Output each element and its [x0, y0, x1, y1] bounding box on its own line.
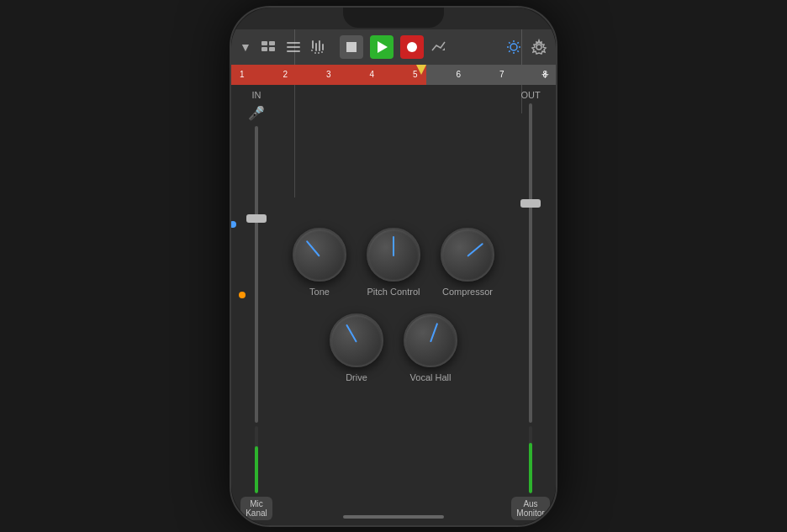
home-bar	[343, 515, 444, 519]
list-icon	[285, 39, 302, 55]
vocalhall-knob[interactable]	[404, 313, 457, 367]
dropdown-button[interactable]: ▼	[240, 40, 251, 54]
automation-button[interactable]	[430, 39, 447, 55]
mic-kanal-label: Mic	[250, 499, 263, 508]
svg-rect-9	[319, 40, 320, 51]
fader-track-right[interactable]	[529, 103, 532, 423]
drive-knob-container: Drive	[330, 313, 383, 382]
monitor-button[interactable]: Aus Monitor	[511, 497, 549, 520]
svg-rect-1	[269, 41, 275, 45]
pitch-indicator	[393, 236, 394, 256]
svg-rect-10	[322, 44, 324, 50]
svg-rect-6	[287, 50, 300, 52]
playhead[interactable]	[416, 65, 426, 75]
vocalhall-label: Vocal Hall	[410, 372, 452, 382]
settings-icon	[531, 39, 547, 55]
phone-frame: ▼	[230, 6, 557, 527]
in-label: IN	[252, 90, 261, 100]
svg-line-22	[517, 42, 518, 43]
svg-rect-7	[312, 40, 314, 49]
knobs-row-bottom: Drive Vocal Hall	[330, 313, 457, 382]
fader-thumb-right[interactable]	[520, 199, 541, 208]
svg-point-15	[510, 44, 517, 50]
knobs-row-top: Tone Pitch Control Compressor	[293, 228, 494, 297]
track-view-button[interactable]	[260, 39, 277, 55]
marker-4: 4	[369, 70, 374, 79]
svg-rect-3	[269, 47, 275, 51]
svg-line-21	[517, 50, 518, 51]
notch	[343, 8, 444, 28]
marker-6: 6	[456, 70, 461, 79]
compressor-label: Compressor	[442, 287, 493, 297]
level-meter-left	[255, 426, 258, 493]
svg-rect-5	[287, 46, 300, 48]
monitor-label: Monitor	[516, 508, 544, 518]
drive-indicator	[346, 324, 357, 342]
compressor-indicator	[467, 242, 483, 256]
level-meter-right	[529, 426, 532, 493]
kanal-label: Kanal	[246, 508, 267, 518]
svg-point-24	[536, 45, 541, 50]
controls-center: Tone Pitch Control Compressor	[282, 85, 505, 525]
marker-7: 7	[499, 70, 504, 79]
marker-8: 8	[542, 70, 547, 79]
drive-knob[interactable]	[330, 313, 383, 367]
stop-button[interactable]	[340, 35, 363, 59]
vocalhall-knob-container: Vocal Hall	[404, 313, 457, 382]
settings-button[interactable]	[531, 39, 547, 55]
play-button[interactable]	[370, 35, 394, 59]
toolbar-left: ▼	[240, 39, 333, 55]
svg-line-20	[509, 42, 510, 43]
aus-label: Aus	[523, 499, 537, 508]
toolbar: ▼	[231, 29, 556, 65]
fader-track-left[interactable]	[255, 126, 258, 423]
tone-label: Tone	[309, 287, 330, 297]
eq-icon	[310, 39, 327, 55]
svg-rect-4	[287, 42, 300, 44]
timeline[interactable]: 1 2 3 4 5 6 7 8 +	[231, 65, 556, 85]
main-content: IN 🎤 Mic Kanal	[231, 85, 556, 525]
marker-3: 3	[326, 70, 331, 79]
mic-icon: 🎤	[248, 105, 265, 121]
channel-strip-left: IN 🎤 Mic Kanal	[231, 85, 282, 525]
compressor-knob[interactable]	[441, 228, 494, 282]
marker-1: 1	[240, 70, 245, 79]
list-view-button[interactable]	[285, 39, 302, 55]
screen: ▼	[231, 8, 556, 525]
level-fill-left	[255, 446, 258, 493]
track-icon	[260, 39, 277, 55]
pitch-knob[interactable]	[367, 228, 420, 282]
display-icon	[505, 39, 522, 55]
toolbar-center	[340, 35, 447, 59]
tone-indicator	[306, 240, 320, 256]
display-button[interactable]	[505, 39, 522, 55]
tone-knob[interactable]	[293, 228, 346, 282]
fader-thumb-left[interactable]	[246, 214, 267, 223]
svg-rect-2	[261, 47, 267, 51]
dropdown-icon: ▼	[240, 40, 251, 54]
toolbar-right	[454, 39, 547, 55]
timeline-numbers: 1 2 3 4 5 6 7 8	[240, 70, 547, 79]
channel-strip-right: OUT Aus Monitor	[505, 85, 556, 525]
eq-button[interactable]	[310, 39, 327, 55]
svg-rect-0	[261, 41, 267, 45]
pitch-label: Pitch Control	[367, 287, 420, 297]
out-label: OUT	[520, 90, 540, 100]
compressor-knob-container: Compressor	[441, 228, 494, 297]
drive-label: Drive	[346, 372, 367, 382]
vocalhall-indicator	[430, 323, 438, 342]
svg-rect-8	[315, 43, 317, 51]
tone-knob-container: Tone	[293, 228, 346, 297]
level-fill-right	[529, 443, 532, 493]
mic-kanal-button[interactable]: Mic Kanal	[240, 497, 272, 520]
svg-line-23	[509, 50, 510, 51]
pitch-knob-container: Pitch Control	[367, 228, 420, 297]
record-button[interactable]	[400, 35, 424, 59]
automation-icon	[430, 39, 447, 55]
marker-2: 2	[283, 70, 288, 79]
